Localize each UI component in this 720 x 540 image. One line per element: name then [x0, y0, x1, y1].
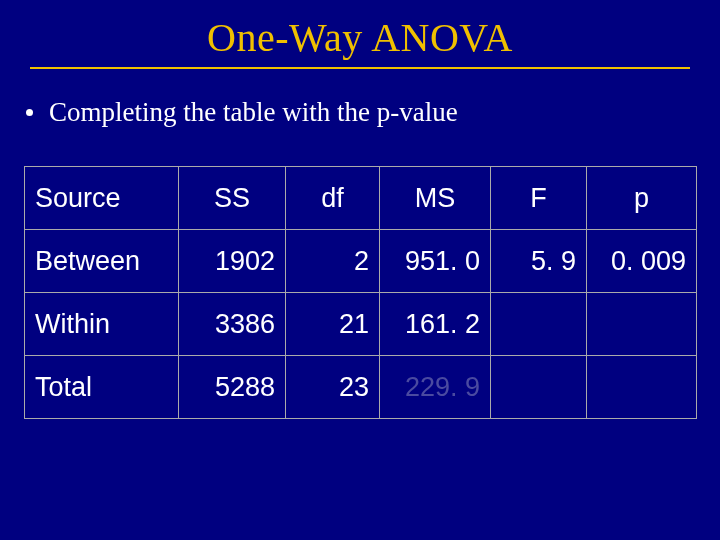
cell-total-ms: 229. 9: [380, 356, 491, 419]
cell-between-df: 2: [286, 230, 380, 293]
anova-table: Source SS df MS F p Between 1902 2 951. …: [24, 166, 697, 419]
cell-between-ss: 1902: [179, 230, 286, 293]
cell-total-source: Total: [25, 356, 179, 419]
cell-between-source: Between: [25, 230, 179, 293]
cell-total-df: 23: [286, 356, 380, 419]
cell-total-ss: 5288: [179, 356, 286, 419]
bullet-icon: [26, 109, 33, 116]
title-underline: [30, 67, 690, 69]
col-f: F: [491, 167, 587, 230]
cell-within-source: Within: [25, 293, 179, 356]
row-between: Between 1902 2 951. 0 5. 9 0. 009: [25, 230, 697, 293]
row-within: Within 3386 21 161. 2: [25, 293, 697, 356]
cell-within-ss: 3386: [179, 293, 286, 356]
slide: One-Way ANOVA Completing the table with …: [0, 0, 720, 540]
bullet-row: Completing the table with the p-value: [26, 97, 720, 128]
bullet-text: Completing the table with the p-value: [49, 97, 458, 128]
cell-within-df: 21: [286, 293, 380, 356]
cell-within-f: [491, 293, 587, 356]
col-p: p: [587, 167, 697, 230]
cell-within-p: [587, 293, 697, 356]
slide-title: One-Way ANOVA: [0, 0, 720, 61]
cell-total-p: [587, 356, 697, 419]
col-ms: MS: [380, 167, 491, 230]
cell-within-ms: 161. 2: [380, 293, 491, 356]
col-source: Source: [25, 167, 179, 230]
row-total: Total 5288 23 229. 9: [25, 356, 697, 419]
cell-between-p: 0. 009: [587, 230, 697, 293]
col-df: df: [286, 167, 380, 230]
cell-total-f: [491, 356, 587, 419]
table-header-row: Source SS df MS F p: [25, 167, 697, 230]
cell-between-f: 5. 9: [491, 230, 587, 293]
col-ss: SS: [179, 167, 286, 230]
cell-between-ms: 951. 0: [380, 230, 491, 293]
